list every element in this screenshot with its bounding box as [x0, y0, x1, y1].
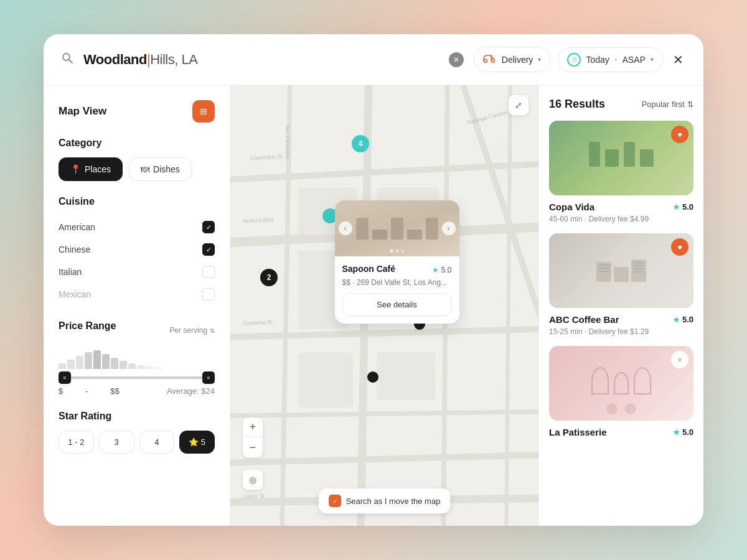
search-as-move-bar[interactable]: ✓ Search as I move the map	[319, 488, 451, 513]
map-popup-card: ‹ › Sapoon Café ★ 5.0	[335, 200, 459, 324]
star-btn-1-2[interactable]: 1 - 2	[59, 431, 94, 454]
price-range-fill	[59, 376, 215, 379]
star-btn-3[interactable]: 3	[99, 431, 134, 454]
dishes-label: Dishes	[153, 164, 180, 174]
category-section: Category 📍 Places 🍽 Dishes	[59, 138, 215, 181]
sort-icon: ⇅	[687, 100, 693, 109]
map-view-label: Map View	[59, 105, 106, 118]
time-label: Today	[586, 55, 609, 65]
restaurant-card-abc-coffee[interactable]: ♥ ABC Coffee Bar ★ 5.0 15-25 min · Deliv…	[549, 233, 693, 336]
popup-next-button[interactable]: ›	[442, 222, 456, 235]
search-icon	[61, 52, 73, 67]
results-panel: 16 Results Popular first ⇅	[538, 85, 703, 526]
cuisine-mexican-checkbox[interactable]	[202, 288, 215, 301]
la-patisserie-favorite-button[interactable]: ♥	[671, 351, 688, 368]
popup-rating: ★ 5.0	[432, 266, 452, 274]
locate-me-button[interactable]: ◎	[243, 470, 263, 490]
price-range-handle-right[interactable]: ≡	[202, 371, 215, 384]
cuisine-mexican-label: Mexican	[59, 289, 91, 299]
map-pin-2[interactable]: 2	[260, 269, 278, 286]
expand-icon: ⤢	[515, 100, 522, 110]
cuisine-italian-checkbox[interactable]	[202, 266, 215, 278]
time-chevron-icon: ▾	[651, 56, 654, 63]
category-dishes-button[interactable]: 🍽 Dishes	[129, 157, 192, 181]
popup-price-range: $$	[342, 278, 350, 287]
popup-prev-button[interactable]: ‹	[339, 222, 352, 235]
dishes-icon: 🍽	[141, 164, 149, 174]
restaurant-card-la-patisserie[interactable]: ♥ La Patisserie ★ 5.0	[549, 346, 693, 437]
category-buttons: 📍 Places 🍽 Dishes	[59, 157, 215, 181]
price-range-handle-left[interactable]: ≡	[59, 371, 71, 384]
price-avg-label: Average: $24	[167, 386, 215, 396]
copa-vida-image: ♥	[549, 121, 693, 195]
delivery-label: Delivery	[502, 55, 533, 65]
star-btn-5[interactable]: ⭐ 5	[179, 431, 215, 454]
clear-search-button[interactable]: ✕	[449, 52, 464, 67]
close-button[interactable]: ✕	[670, 50, 686, 70]
cuisine-section: Cuisine American ✓ Chinese ✓ Italian Mex…	[59, 196, 215, 306]
abc-coffee-image: ♥	[549, 233, 693, 308]
results-header: 16 Results Popular first ⇅	[549, 98, 693, 111]
la-patisserie-name: La Patisserie	[549, 427, 607, 437]
copa-vida-favorite-button[interactable]: ♥	[671, 126, 688, 143]
star-btn-4[interactable]: 4	[139, 431, 175, 454]
copa-vida-time: 45-60 min	[549, 215, 582, 223]
map-pin-4[interactable]: 4	[352, 135, 369, 152]
map-view-toggle[interactable]: ⊞	[192, 100, 215, 123]
search-input-area[interactable]: Woodland|Hills, LA	[83, 52, 431, 68]
price-labels: $ - $$ Average: $24	[59, 386, 215, 396]
time-separator: •	[614, 55, 618, 65]
copa-vida-info: 45-60 min · Delivery fee $4.99	[549, 215, 693, 223]
price-range-header: Price Range Per serving ⇅	[59, 320, 215, 340]
la-patisserie-rating: ★ 5.0	[673, 427, 693, 437]
handle-right-icon: ≡	[207, 375, 210, 381]
expand-map-button[interactable]: ⤢	[509, 95, 529, 115]
abc-coffee-name: ABC Coffee Bar	[549, 314, 619, 325]
popup-restaurant-name: Sapoon Café	[342, 264, 396, 274]
search-move-label: Search as I move the map	[346, 497, 441, 506]
delivery-toggle-button[interactable]: Delivery ▾	[474, 47, 551, 72]
svg-rect-20	[298, 353, 353, 408]
la-patisserie-star-icon: ★	[673, 428, 680, 437]
app-container: Woodland|Hills, LA ✕ Delivery ▾ ⏱	[44, 34, 703, 526]
cuisine-american-checkbox[interactable]: ✓	[202, 221, 215, 233]
time-button[interactable]: ⏱ Today • ASAP ▾	[558, 47, 663, 72]
see-details-button[interactable]: See details	[342, 293, 452, 316]
location-text: Woodland|Hills, LA	[83, 52, 197, 68]
cuisine-italian: Italian	[59, 261, 215, 283]
map-area[interactable]: Clarendon St Ventura Blvd Costanso St Ce…	[230, 85, 538, 526]
cuisine-american-label: American	[59, 222, 95, 232]
locate-icon: ◎	[249, 475, 256, 485]
zoom-in-button[interactable]: +	[243, 418, 263, 437]
cuisine-italian-label: Italian	[59, 267, 82, 277]
svg-text:San Fernando: San Fernando	[284, 124, 291, 159]
copa-vida-name-row: Copa Vida ★ 5.0	[549, 202, 693, 212]
map-toggle-icon: ⊞	[200, 106, 207, 116]
abc-coffee-info: 15-25 min · Delivery fee $1.29	[549, 327, 693, 336]
delivery-chevron-icon: ▾	[538, 56, 541, 63]
abc-coffee-rating-value: 5.0	[682, 315, 693, 324]
results-count: 16 Results	[549, 98, 605, 111]
zoom-out-button[interactable]: −	[243, 437, 263, 457]
popup-address: 269 Del Valle St, Los Ang...	[357, 278, 447, 287]
time-icon: ⏱	[567, 53, 581, 67]
map-pin-loc2[interactable]	[367, 371, 378, 383]
restaurant-card-copa-vida[interactable]: ♥ Copa Vida ★ 5.0 45-60 min · Delivery f…	[549, 121, 693, 223]
sort-dropdown[interactable]: Popular first ⇅	[642, 100, 693, 109]
handle-left-icon: ≡	[63, 375, 67, 381]
cuisine-label: Cuisine	[59, 196, 215, 207]
cuisine-mexican: Mexican	[59, 283, 215, 306]
abc-coffee-favorite-button[interactable]: ♥	[671, 238, 688, 256]
popup-rating-value: 5.0	[441, 266, 452, 274]
per-serving-dropdown[interactable]: Per serving ⇅	[169, 326, 215, 335]
star-rating-section: Star Rating 1 - 2 3 4 ⭐ 5	[59, 411, 215, 454]
map-view-row: Map View ⊞	[59, 100, 215, 123]
sidebar: Map View ⊞ Category 📍 Places 🍽 Dishes	[44, 85, 230, 526]
search-toggle-icon: ✓	[329, 495, 341, 507]
location-light: Hills, LA	[150, 52, 197, 67]
svg-point-3	[491, 60, 494, 63]
copa-vida-star-icon: ★	[673, 203, 680, 212]
cuisine-chinese-checkbox[interactable]: ✓	[202, 243, 215, 256]
la-patisserie-rating-value: 5.0	[682, 427, 693, 437]
category-places-button[interactable]: 📍 Places	[59, 157, 123, 181]
